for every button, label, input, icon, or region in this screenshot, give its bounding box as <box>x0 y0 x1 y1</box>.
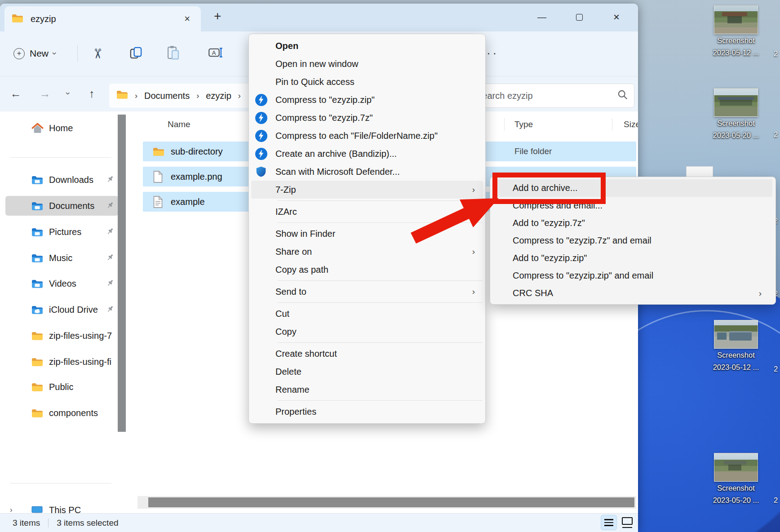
desktop-icon[interactable]: Screenshot2023-05-12 ... <box>705 5 767 58</box>
copy-button[interactable] <box>126 43 146 64</box>
up-button[interactable]: ↑ <box>83 84 101 102</box>
tab-close-icon[interactable]: × <box>181 13 194 25</box>
new-tab-button[interactable]: + <box>214 9 221 23</box>
menu-item-create-shortcut[interactable]: Create shortcut <box>251 345 483 363</box>
sidebar-item-videos[interactable]: Videos <box>5 274 119 293</box>
status-divider <box>48 519 49 528</box>
annotation-highlight-box <box>492 173 606 204</box>
column-divider[interactable] <box>504 118 505 131</box>
breadcrumb-documents[interactable]: Documents <box>144 91 190 101</box>
menu-item-label: Copy as path <box>275 265 328 275</box>
menu-item-share-on[interactable]: Share on› <box>251 243 483 261</box>
submenu-item-label: Add to "ezyzip.zip" <box>513 253 587 263</box>
status-bar: 3 items 3 items selected <box>0 513 638 532</box>
sidebar-item-public[interactable]: Public <box>5 377 119 397</box>
sidebar-item-label: zip-files-using-7 <box>49 331 112 341</box>
minimize-button[interactable]: — <box>532 7 552 27</box>
submenu-item-compress-to-ezyzip-7z-and-email[interactable]: Compress to "ezyzip.7z" and email <box>493 232 772 249</box>
menu-item-label: Compress to "ezyzip.7z" <box>275 113 373 123</box>
menu-item-delete[interactable]: Delete <box>251 363 483 381</box>
submenu-item-add-to-ezyzip-zip[interactable]: Add to "ezyzip.zip" <box>493 249 772 267</box>
menu-item-properties[interactable]: Properties <box>251 403 483 421</box>
new-button[interactable]: + New › <box>13 43 56 64</box>
menu-item-label: Cut <box>275 309 289 319</box>
toolbar-divider <box>77 45 78 62</box>
menu-item-create-an-archive-bandizip[interactable]: Create an archive (Bandizip)... <box>251 145 483 163</box>
chevron-right-icon: › <box>472 185 475 195</box>
sidebar-item-zip-files-using-7[interactable]: zip-files-using-7 <box>5 326 119 346</box>
sidebar-item-label: Pictures <box>49 227 81 237</box>
column-header-name[interactable]: Name <box>168 120 191 129</box>
file-name: example.png <box>171 172 222 182</box>
horizontal-scrollbar[interactable] <box>137 496 636 509</box>
menu-item-label: Rename <box>275 385 310 395</box>
maximize-icon <box>576 14 583 21</box>
menu-item-copy[interactable]: Copy <box>251 323 483 341</box>
column-header-type[interactable]: Type <box>514 120 533 129</box>
menu-item-show-in-finder[interactable]: Show in Finder <box>251 225 483 243</box>
clipped-desktop-icon-label: 2 <box>774 130 780 139</box>
menu-item-compress-to-ezyzip-7z[interactable]: Compress to "ezyzip.7z" <box>251 109 483 127</box>
sidebar-item-components[interactable]: components <box>5 403 119 423</box>
maximize-button[interactable] <box>569 7 589 27</box>
sidebar-separator <box>10 483 111 483</box>
desktop-icon[interactable]: Screenshot2023-05-12 ... <box>705 320 767 373</box>
list-lines-icon <box>604 519 613 520</box>
menu-item-label: Delete <box>275 367 301 377</box>
folder-pictures-icon <box>31 227 44 237</box>
menu-item-open-in-new-window[interactable]: Open in new window <box>251 55 483 73</box>
menu-item-open[interactable]: Open <box>251 37 483 55</box>
column-header-size[interactable]: Size <box>624 120 638 129</box>
sidebar-item-zip-files-using-fi[interactable]: zip-files-using-fi <box>5 352 119 372</box>
sidebar-item-music[interactable]: Music <box>5 248 119 268</box>
desktop-icon[interactable]: Screenshot2023-05-20 ... <box>705 453 767 506</box>
cut-button[interactable]: ✂ <box>88 43 108 64</box>
menu-item-label: Scan with Microsoft Defender... <box>275 167 400 177</box>
bandizip-icon <box>255 93 267 106</box>
partial-desktop-icon[interactable] <box>686 166 713 177</box>
sidebar-item-icloud-drive[interactable]: iCloud Drive <box>5 300 119 319</box>
menu-item-compress-to-ezyzip-zip[interactable]: Compress to "ezyzip.zip" <box>251 91 483 109</box>
paste-button[interactable] <box>163 43 183 64</box>
sidebar-item-downloads[interactable]: Downloads <box>5 170 119 190</box>
menu-item-scan-with-microsoft-defender[interactable]: Scan with Microsoft Defender... <box>251 163 483 181</box>
chevron-right-icon: › <box>135 91 137 101</box>
thumbnail-icon <box>622 517 633 525</box>
menu-item-send-to[interactable]: Send to› <box>251 283 483 301</box>
menu-item-label: Open in new window <box>275 59 359 69</box>
breadcrumb-ezyzip[interactable]: ezyzip <box>206 91 231 101</box>
rename-button[interactable]: A <box>206 43 226 64</box>
close-button[interactable]: × <box>607 7 626 27</box>
search-input[interactable]: Search ezyzip <box>470 84 634 108</box>
horizontal-scrollbar-thumb[interactable] <box>148 497 634 507</box>
column-divider[interactable] <box>612 118 612 131</box>
sidebar-item-label: Downloads <box>49 175 93 185</box>
menu-item-pin-to-quick-access[interactable]: Pin to Quick access <box>251 73 483 91</box>
explorer-tab-ezyzip[interactable]: ezyzip × <box>4 6 201 31</box>
back-button[interactable]: ← <box>7 84 25 102</box>
menu-item-label: Show in Finder <box>275 229 335 239</box>
menu-item-cut[interactable]: Cut <box>251 305 483 323</box>
thumbnail-view-button[interactable] <box>619 515 635 530</box>
menu-item-compress-to-each-file-foldername-zip[interactable]: Compress to each "File/FolderName.zip" <box>251 127 483 145</box>
file-type: File folder <box>514 146 552 156</box>
details-view-button[interactable] <box>601 515 617 530</box>
submenu-item-crc-sha[interactable]: CRC SHA› <box>493 284 772 302</box>
menu-item-copy-as-path[interactable]: Copy as path <box>251 261 483 279</box>
sidebar-scrollbar[interactable] <box>118 115 126 432</box>
sidebar-item-documents[interactable]: Documents <box>5 196 119 216</box>
menu-item-rename[interactable]: Rename <box>251 381 483 399</box>
submenu-item-compress-to-ezyzip-zip-and-email[interactable]: Compress to "ezyzip.zip" and email <box>493 267 772 284</box>
submenu-item-add-to-ezyzip-7z[interactable]: Add to "ezyzip.7z" <box>493 214 772 232</box>
menu-item-izarc[interactable]: IZArc› <box>251 203 483 221</box>
sidebar-item-home[interactable]: Home <box>5 118 119 138</box>
sidebar-item-pictures[interactable]: Pictures <box>5 222 119 242</box>
items-selected: 3 items selected <box>57 518 118 528</box>
history-dropdown-button[interactable]: › <box>59 84 77 102</box>
menu-item-7-zip[interactable]: 7-Zip› <box>251 181 483 199</box>
folder-documents-icon <box>31 201 44 211</box>
desktop-icon[interactable]: Screenshot2023-05-20 ... <box>705 88 767 141</box>
folder-icon <box>31 382 44 392</box>
forward-button[interactable]: → <box>36 84 54 102</box>
bandizip-icon <box>255 129 267 142</box>
